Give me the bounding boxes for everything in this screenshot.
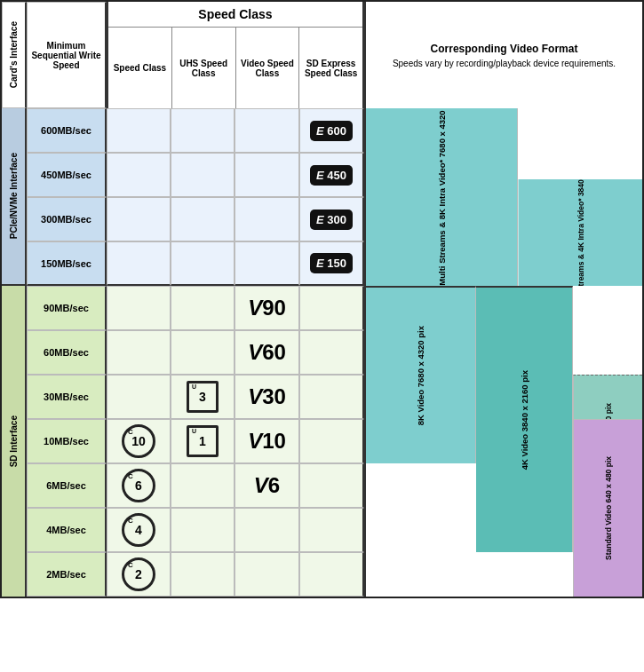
write-speed-600: 600MB/sec [27,108,107,153]
write-speed-2: 2MB/sec [27,552,107,597]
sd-label: SD Interface [9,415,19,467]
express-badge-600: E 600 [310,121,353,141]
write-speed-60: 60MB/sec [27,330,107,375]
sd-interface-label: SD Interface [2,286,27,597]
sdex-30 [299,375,364,419]
vsc-2 [235,552,299,597]
write-speed-6: 6MB/sec [27,463,107,508]
sc-2: 2 [107,552,171,597]
write-speed-150: 150MB/sec [27,241,107,286]
sc-90 [107,286,171,330]
vsc-4 [235,508,299,552]
v10-label: V10 [248,429,286,454]
vf-8k-multi-pcie: 8K Multi Streams & 8K Intra Video* 7680 … [366,108,518,286]
min-write-label: Minimum Sequential Write Speed [31,41,101,70]
vsc-450 [235,153,299,197]
sc-30 [107,375,171,419]
express-badge-150: E 150 [310,253,353,273]
write-speed-450: 450MB/sec [27,153,107,197]
uhs-600 [171,108,235,153]
speed-class-group-header: Speed Class Speed Class UHS Speed Class … [107,2,364,108]
uhs-4 [171,508,235,552]
sc2-badge: 2 [122,557,155,591]
uhs1-badge: 1 [187,425,219,457]
sc6-badge: 6 [122,469,155,502]
vsc-30: V30 [235,375,299,419]
uhs-90 [171,286,235,330]
uhs-30: 3 [171,375,235,419]
sc-300 [107,197,171,241]
express-badge-300: E 300 [310,210,353,230]
vsc-600 [235,108,299,153]
sc-10: 10 [107,419,171,463]
video-format-note: Speeds vary by recording/playback device… [393,59,616,68]
sc-4: 4 [107,508,171,552]
vf-8k-multi-pcie-label: 8K Multi Streams & 8K Intra Video* 7680 … [437,108,447,286]
subheader-video-speed: Video Speed Class [236,28,300,108]
vsc-150 [235,241,299,286]
subheader-speed-class: Speed Class [108,28,172,108]
sc-6: 6 [107,463,171,508]
pcie-label: PCIe/NVMe Interface [9,153,19,239]
sc-450 [107,153,171,197]
pcie-interface-label: PCIe/NVMe Interface [2,108,27,286]
uhs-300 [171,197,235,241]
v90-label: V90 [248,296,286,320]
speed-class-subheaders: Speed Class UHS Speed Class Video Speed … [108,28,362,108]
sc4-badge: 4 [122,513,155,547]
sdex-4 [299,508,364,552]
write-speed-4: 4MB/sec [27,508,107,552]
v6-label: V6 [254,473,280,498]
sdex-60 [299,330,364,375]
interface-header-label: Card's Interface [9,21,19,88]
vf-standard-label: Standard Video 640 x 480 pix [604,456,613,560]
uhs-450 [171,153,235,197]
write-speed-10: 10MB/sec [27,419,107,463]
uhs-60 [171,330,235,375]
sdex-10 [299,419,364,463]
vsc-6: V6 [235,463,299,508]
sdex-150: E 150 [299,241,364,286]
uhs3-badge: 3 [187,381,219,413]
speed-class-title: Speed Class [108,2,362,28]
subheader-sd-express: SD Express Speed Class [299,28,362,108]
write-speed-30: 30MB/sec [27,375,107,419]
sdex-2 [299,552,364,597]
v60-label: V60 [248,340,286,365]
sdex-600: E 600 [299,108,364,153]
vf-4k-sd: 4K Video 3840 x 2160 pix [476,286,573,552]
video-format-column: 8K Multi Streams & 8K Intra Video* 7680 … [364,108,642,597]
sc-60 [107,330,171,375]
min-write-header: Minimum Sequential Write Speed [27,2,107,108]
v30-label: V30 [248,384,286,409]
main-chart: Card's Interface Minimum Sequential Writ… [0,0,644,598]
sdex-450: E 450 [299,153,364,197]
subheader-uhs: UHS Speed Class [172,28,236,108]
write-speed-300: 300MB/sec [27,197,107,241]
vf-4k-multi-pcie: 4K Multi Streams & 4K Intra Video* 3840×… [518,179,642,286]
vsc-60: V60 [235,330,299,375]
vf-standard: Standard Video 640 x 480 pix [573,419,642,597]
sdex-300: E 300 [299,197,364,241]
uhs-6 [171,463,235,508]
video-format-title: Corresponding Video Format [431,43,578,55]
sdex-90 [299,286,364,330]
vsc-10: V10 [235,419,299,463]
sdex-6 [299,463,364,508]
uhs-10: 1 [171,419,235,463]
sc10-badge: 10 [122,424,155,458]
uhs-2 [171,552,235,597]
video-format-header: Corresponding Video Format Speeds vary b… [364,2,642,108]
vsc-90: V90 [235,286,299,330]
express-badge-450: E 450 [310,165,353,186]
uhs-150 [171,241,235,286]
vf-8k-sd: 8K Video 7680 x 4320 pix [366,286,476,463]
sc-150 [107,241,171,286]
sc-600 [107,108,171,153]
vf-4k-sd-label: 4K Video 3840 x 2160 pix [520,370,529,470]
write-speed-90: 90MB/sec [27,286,107,330]
interface-header: Card's Interface [2,2,27,108]
vsc-300 [235,197,299,241]
vf-8k-sd-label: 8K Video 7680 x 4320 pix [416,326,425,425]
vf-4k-multi-pcie-label: 4K Multi Streams & 4K Intra Video* 3840×… [576,179,585,286]
